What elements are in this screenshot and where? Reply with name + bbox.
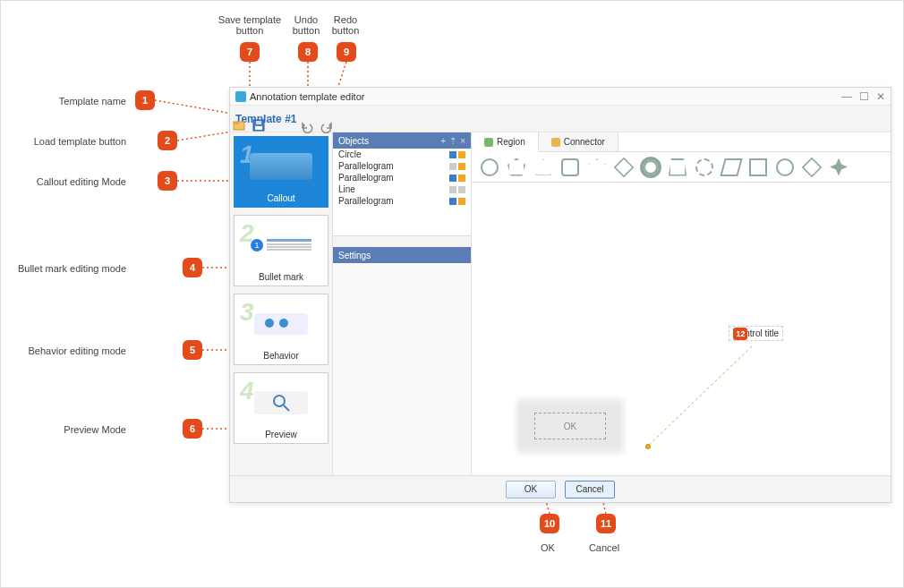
save-template-button[interactable] bbox=[252, 118, 266, 132]
mode-label: Behavior bbox=[263, 351, 298, 361]
label-9: Redo button bbox=[323, 14, 368, 36]
shape-triangle[interactable] bbox=[534, 158, 552, 176]
badge-4: 4 bbox=[183, 258, 202, 277]
shape-tabs: Region Connector bbox=[472, 132, 891, 152]
cancel-button[interactable]: Cancel bbox=[565, 481, 615, 499]
badge-7: 7 bbox=[240, 42, 260, 62]
app-icon bbox=[235, 91, 246, 102]
shape-rect[interactable] bbox=[749, 158, 767, 176]
window-title: Annotation template editor bbox=[250, 91, 364, 102]
shape-star-thin[interactable] bbox=[830, 158, 848, 176]
settings-panel-header: Settings bbox=[333, 247, 471, 263]
mode-bullet-mark[interactable]: 2 1 Bullet mark bbox=[234, 215, 328, 286]
mode-preview[interactable]: 4 Preview bbox=[234, 372, 328, 444]
mode-sidebar: 1 Callout 2 1 bbox=[230, 132, 333, 475]
svg-point-17 bbox=[274, 396, 285, 406]
canvas-column: Region Connector bbox=[472, 132, 891, 475]
panel-add-icon[interactable]: + bbox=[440, 136, 446, 146]
label-11: Cancel bbox=[582, 542, 627, 553]
undo-button[interactable] bbox=[300, 120, 314, 134]
object-row[interactable]: Circle bbox=[333, 149, 471, 160]
svg-line-19 bbox=[644, 346, 752, 449]
mode-label: Bullet mark bbox=[259, 272, 303, 282]
tab-connector[interactable]: Connector bbox=[539, 132, 618, 151]
label-3: Callout editing Mode bbox=[28, 176, 126, 187]
workspace: 1 Callout 2 1 bbox=[230, 132, 891, 475]
badge-1: 1 bbox=[135, 90, 155, 110]
object-row[interactable]: Parallelogram bbox=[333, 195, 471, 207]
canvas-control-title[interactable]: 12 Control title bbox=[729, 326, 783, 341]
design-canvas[interactable]: 12 Control title OK bbox=[472, 183, 891, 475]
mode-number: 3 bbox=[240, 298, 254, 327]
shape-pentagon[interactable] bbox=[507, 158, 525, 176]
shape-diamond[interactable] bbox=[802, 157, 823, 177]
mode-label: Callout bbox=[267, 193, 294, 203]
shape-gear[interactable] bbox=[695, 158, 713, 176]
shape-circle[interactable] bbox=[481, 158, 499, 176]
mode-number: 2 bbox=[240, 219, 254, 248]
objects-title: Objects bbox=[338, 136, 369, 146]
object-name: Parallelogram bbox=[338, 196, 394, 206]
preview-ok-button: OK bbox=[534, 413, 606, 439]
settings-panel-body bbox=[333, 263, 471, 475]
connector-icon bbox=[551, 138, 560, 147]
label-7: Save template button bbox=[205, 14, 294, 36]
minimize-button[interactable]: — bbox=[841, 90, 852, 103]
svg-rect-16 bbox=[256, 121, 261, 124]
shape-sun[interactable] bbox=[642, 158, 660, 176]
object-name: Parallelogram bbox=[338, 173, 394, 183]
badge-12: 12 bbox=[733, 328, 747, 340]
badge-11: 11 bbox=[596, 514, 616, 533]
panels-column: Objects + ⇡ × Circle Parallelogram bbox=[333, 132, 472, 475]
window-controls: — ☐ ✕ bbox=[841, 90, 885, 103]
badge-10: 10 bbox=[540, 514, 559, 533]
shape-rounded-rect[interactable] bbox=[561, 158, 579, 176]
label-4: Bullet mark editing mode bbox=[10, 263, 126, 274]
shape-palette bbox=[472, 152, 891, 183]
shape-trapezoid[interactable] bbox=[669, 158, 687, 176]
svg-rect-13 bbox=[234, 122, 239, 124]
mode-label: Preview bbox=[265, 430, 297, 439]
objects-list: Circle Parallelogram Parallelogram Line bbox=[333, 149, 471, 236]
toolbar: Template #1 bbox=[230, 106, 891, 132]
object-name: Circle bbox=[338, 149, 362, 159]
badge-2: 2 bbox=[158, 131, 177, 150]
panel-controls: + ⇡ × bbox=[440, 136, 465, 146]
dialog-footer: OK Cancel bbox=[230, 475, 891, 502]
mode-number: 4 bbox=[240, 377, 254, 405]
tab-region[interactable]: Region bbox=[472, 132, 539, 152]
annotation-template-editor-window: Annotation template editor — ☐ ✕ Templat… bbox=[229, 87, 891, 503]
shape-parallelogram[interactable] bbox=[720, 158, 742, 176]
load-template-button[interactable] bbox=[232, 118, 246, 132]
mode-behavior[interactable]: 3 Behavior bbox=[234, 294, 328, 365]
ok-button[interactable]: OK bbox=[506, 481, 556, 499]
svg-line-5 bbox=[177, 131, 237, 141]
maximize-button[interactable]: ☐ bbox=[859, 90, 869, 103]
tab-label: Region bbox=[497, 137, 525, 147]
tab-label: Connector bbox=[564, 137, 605, 147]
shape-star4[interactable] bbox=[614, 157, 635, 177]
settings-title: Settings bbox=[338, 251, 371, 260]
shape-capsule[interactable] bbox=[776, 158, 794, 176]
label-5: Behavior editing mode bbox=[19, 345, 126, 356]
cancel-label: Cancel bbox=[576, 484, 603, 494]
shape-star5[interactable] bbox=[588, 158, 606, 176]
object-name: Line bbox=[338, 184, 355, 194]
svg-rect-15 bbox=[255, 126, 262, 130]
ok-label: OK bbox=[524, 484, 537, 494]
object-row[interactable]: Parallelogram bbox=[333, 172, 471, 183]
panel-pin-icon[interactable]: ⇡ bbox=[449, 136, 456, 146]
close-button[interactable]: ✕ bbox=[876, 90, 885, 103]
badge-3: 3 bbox=[158, 171, 177, 191]
annotated-screenshot: Save template button Undo button Redo bu… bbox=[0, 0, 904, 588]
badge-6: 6 bbox=[183, 419, 202, 439]
object-row[interactable]: Parallelogram bbox=[333, 160, 471, 172]
object-row[interactable]: Line bbox=[333, 183, 471, 195]
mode-callout[interactable]: 1 Callout bbox=[234, 136, 328, 208]
svg-line-18 bbox=[284, 405, 289, 411]
object-name: Parallelogram bbox=[338, 161, 394, 171]
redo-button[interactable] bbox=[320, 120, 334, 134]
label-2: Load template button bbox=[28, 136, 126, 147]
panel-close-icon[interactable]: × bbox=[460, 136, 465, 146]
badge-5: 5 bbox=[183, 340, 202, 360]
